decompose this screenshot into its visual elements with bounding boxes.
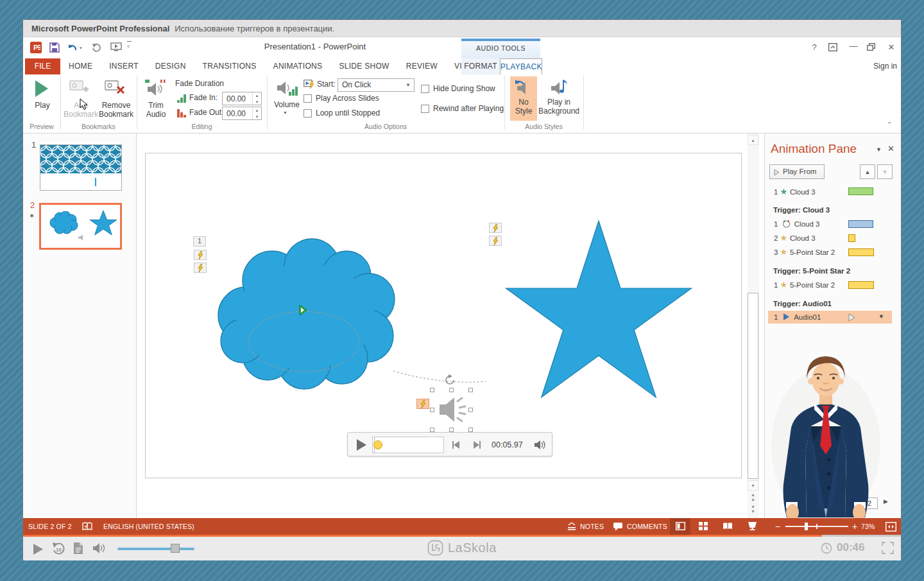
tab-transitions[interactable]: TRANSITIONS — [194, 58, 265, 74]
cloud-sequence-tag[interactable]: 1 — [193, 236, 206, 247]
star-trigger-tag-1[interactable] — [489, 223, 502, 233]
video-progress-track[interactable] — [23, 535, 901, 537]
fade-out-spinner[interactable]: 00.00 ▲▼ — [222, 107, 262, 120]
fade-out-value[interactable]: 00.00 — [227, 109, 246, 118]
spellcheck-book-icon[interactable] — [82, 522, 92, 531]
audio-trigger-tag[interactable] — [416, 399, 429, 409]
collapse-ribbon-icon[interactable]: ⌃ — [887, 121, 892, 128]
anim-row-3[interactable]: 2 ★ Cloud 3 — [774, 232, 816, 244]
fit-slide-to-window-icon[interactable] — [886, 522, 896, 532]
selection-handle[interactable] — [468, 408, 473, 412]
zoom-out-button[interactable]: − — [775, 518, 780, 535]
selection-handle[interactable] — [468, 388, 473, 392]
tab-playback[interactable]: PLAYBACK — [500, 58, 542, 75]
redo-icon[interactable] — [92, 43, 101, 52]
trim-audio-icon[interactable] — [145, 80, 167, 96]
selection-handle[interactable] — [430, 388, 434, 392]
volume-dropdown-arrow[interactable]: ▼ — [283, 110, 287, 115]
start-dropdown[interactable]: On Click ▼ — [338, 78, 415, 92]
undo-icon[interactable] — [67, 43, 78, 52]
notes-icon[interactable] — [567, 523, 576, 530]
restore-icon[interactable] — [867, 43, 875, 51]
lesson-notes-button[interactable] — [73, 542, 83, 555]
scroll-down-button[interactable]: ▼ — [748, 480, 758, 490]
volume-icon[interactable] — [276, 80, 298, 97]
tab-animations[interactable]: ANIMATIONS — [265, 58, 331, 74]
tab-slideshow[interactable]: SLIDE SHOW — [330, 58, 397, 74]
hide-during-show-label[interactable]: Hide During Show — [433, 84, 495, 93]
move-later-button[interactable]: ▼ — [877, 164, 893, 179]
close-icon[interactable]: ✕ — [884, 41, 898, 54]
audio-play-button[interactable] — [356, 438, 367, 451]
rewind-10s-button[interactable]: 10 — [52, 542, 65, 555]
chevron-down-icon[interactable]: ▼ — [406, 79, 411, 91]
move-back-frame-icon[interactable] — [452, 440, 461, 449]
video-play-button[interactable] — [33, 543, 44, 555]
audio-object-selected[interactable] — [432, 390, 472, 431]
selection-handle[interactable] — [430, 428, 434, 432]
tab-insert[interactable]: INSERT — [101, 58, 147, 74]
volume-label[interactable]: Volume — [272, 100, 302, 109]
language-indicator[interactable]: ENGLISH (UNITED STATES) — [103, 518, 194, 535]
video-volume-thumb[interactable] — [171, 544, 180, 553]
slideshow-view-button[interactable] — [742, 518, 762, 535]
comments-icon[interactable] — [613, 523, 623, 531]
save-icon[interactable] — [49, 42, 60, 53]
rewind-after-playing-label[interactable]: Rewind after Playing — [433, 104, 504, 113]
tab-format[interactable]: FORMAT — [461, 58, 500, 74]
previous-slide-button[interactable]: ▲▲ — [748, 492, 758, 502]
move-earlier-button[interactable]: ▲ — [860, 164, 875, 179]
hide-during-show-checkbox[interactable] — [421, 85, 429, 93]
timeline-next-arrow-icon[interactable]: ▶ — [884, 498, 888, 505]
anim-bar-blue[interactable] — [848, 220, 873, 228]
pane-close-icon[interactable]: ✕ — [887, 144, 894, 153]
slide-sorter-view-button[interactable] — [693, 518, 714, 535]
sign-in-link[interactable]: Sign in — [857, 62, 897, 71]
spinner-arrows[interactable]: ▲▼ — [252, 92, 261, 105]
slide1-thumbnail[interactable] — [40, 144, 122, 191]
loop-until-stopped-checkbox[interactable] — [304, 109, 312, 117]
zoom-in-button[interactable]: + — [852, 518, 857, 535]
selection-handle[interactable] — [449, 388, 454, 392]
pane-menu-arrow-icon[interactable]: ▼ — [876, 146, 882, 153]
selection-handle[interactable] — [468, 428, 473, 432]
anim-bar-yellow-small[interactable] — [848, 234, 855, 242]
audio-progress-track[interactable] — [372, 437, 444, 453]
animation-indicator-star-icon[interactable]: ✶ — [29, 212, 35, 220]
star-shape[interactable] — [501, 216, 696, 404]
audio-speaker-icon[interactable] — [438, 395, 466, 424]
scrollbar-thumb[interactable] — [748, 293, 758, 479]
undo-menu-arrow[interactable]: ▾ — [80, 46, 82, 51]
anim-row-1[interactable]: 1 ★ Cloud 3 — [774, 186, 816, 198]
anim-bar-yellow-2[interactable] — [848, 281, 874, 289]
trim-audio-label[interactable]: Trim Audio — [142, 101, 170, 119]
video-volume-slider[interactable] — [117, 548, 194, 550]
motion-path-start-arrow-icon[interactable] — [298, 304, 308, 316]
star-trigger-tag-2[interactable] — [489, 236, 502, 246]
comments-button[interactable]: COMMENTS — [627, 518, 667, 535]
play-preview-icon[interactable] — [34, 80, 49, 98]
normal-view-button[interactable] — [670, 518, 690, 535]
minimize-icon[interactable]: — — [846, 40, 860, 53]
play-from-button[interactable]: Play From — [769, 164, 825, 179]
spinner-arrows[interactable]: ▲▼ — [252, 107, 261, 119]
start-from-beginning-icon[interactable] — [110, 42, 122, 53]
fullscreen-icon[interactable] — [882, 542, 894, 554]
anim-bar-green[interactable] — [848, 187, 873, 195]
remove-bookmark-label[interactable]: Remove Bookmark — [96, 101, 136, 119]
fade-in-value[interactable]: 00.00 — [227, 94, 246, 103]
video-volume-button[interactable] — [92, 542, 107, 554]
remove-bookmark-icon[interactable] — [105, 80, 125, 96]
scroll-up-button[interactable]: ▲ — [748, 135, 758, 145]
move-forward-frame-icon[interactable] — [472, 440, 481, 449]
rotation-handle-icon[interactable] — [445, 374, 456, 386]
rewind-after-playing-checkbox[interactable] — [421, 105, 429, 113]
add-bookmark-icon[interactable] — [69, 80, 89, 96]
reading-view-button[interactable] — [717, 518, 738, 535]
next-slide-button[interactable]: ▼▼ — [748, 505, 758, 514]
anim-row-2[interactable]: 1 Cloud 3 — [774, 218, 819, 230]
play-in-background-button[interactable]: Play in Background — [538, 76, 579, 121]
row-dropdown-arrow-icon[interactable]: ▼ — [878, 313, 884, 320]
tab-review[interactable]: REVIEW — [398, 58, 446, 74]
selection-handle[interactable] — [430, 408, 434, 412]
